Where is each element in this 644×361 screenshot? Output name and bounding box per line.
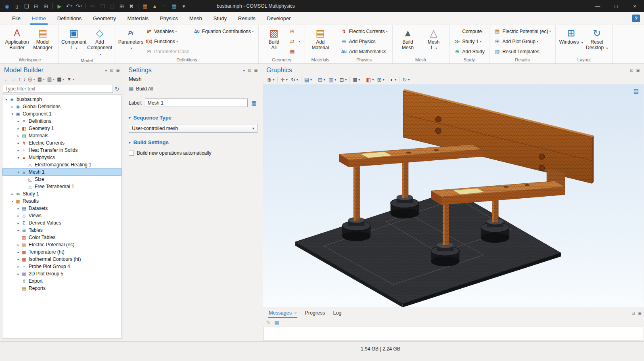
run-icon[interactable]: ▶ (55, 1, 64, 11)
viewport-plot-icon[interactable]: ▤ (634, 88, 639, 94)
menu-tab-geometry[interactable]: Geometry (87, 12, 121, 25)
undo-icon[interactable]: ↶▾ (65, 1, 74, 11)
float-panel-icon[interactable]: ⊡ (630, 68, 633, 73)
tree-item-component-1[interactable]: ▾▣Component 1 (2, 110, 121, 118)
tree-item-geometry-1[interactable]: ▸◧Geometry 1 (2, 125, 121, 132)
menu-tab-physics[interactable]: Physics (154, 12, 184, 25)
environment-icon[interactable]: ◐▾ (389, 77, 398, 83)
tab-log[interactable]: Log (329, 307, 345, 319)
tree-expander-icon[interactable]: ▸ (16, 258, 21, 261)
scene-config-icon[interactable]: ⊟▾ (316, 77, 327, 83)
back-icon[interactable]: ← (2, 76, 10, 82)
redo-icon[interactable]: ↷▾ (74, 1, 84, 11)
insert-sequence-button[interactable]: ⊞ (287, 26, 302, 36)
refresh-icon[interactable]: ↻ (113, 86, 121, 92)
build-all-button[interactable]: ▦ Build All (124, 84, 262, 93)
filter-input[interactable] (3, 85, 113, 93)
tree-expander-icon[interactable]: ▾ (10, 199, 15, 203)
save-icon[interactable]: ⊟ (31, 1, 41, 11)
panel-menu-icon[interactable]: ▾ (105, 68, 107, 73)
tree-item-2d-plot-group-5[interactable]: ▸▦2D Plot Group 5 (2, 270, 121, 277)
coordinate-axes-icon[interactable]: ✛▾ (279, 77, 289, 83)
equation-contributions-button[interactable]: ΔuEquation Contributions▾ (191, 26, 255, 36)
filter-icon[interactable]: ▼▾ (66, 76, 76, 82)
parameters-button[interactable]: PiParameters ▾ (118, 26, 144, 52)
tree-expander-icon[interactable]: ▸ (16, 214, 21, 218)
open-file-icon[interactable]: ❏ (22, 1, 31, 11)
application-builder-button[interactable]: AApplication Builder (4, 26, 30, 52)
tree-expander-icon[interactable]: ▸ (16, 134, 21, 138)
tree-expander-icon[interactable]: ▸ (16, 149, 21, 152)
update-view-icon[interactable]: ↻▾ (401, 77, 411, 83)
tree-item-derived-values[interactable]: ▸ΣDerived Values (2, 219, 121, 227)
add-study-button[interactable]: ⊕Add Study (452, 46, 487, 57)
model-manager-button[interactable]: ▤Model Manager (30, 26, 56, 52)
geometry-build-all-button[interactable]: ▧Build All (261, 26, 287, 52)
move-up-icon[interactable]: ↑ (17, 76, 22, 82)
reset-desktop-button[interactable]: ↻Reset Desktop ▾ (584, 26, 610, 52)
study-1-button[interactable]: ≫Study 1▾ (452, 36, 487, 46)
collapse-tree-icon[interactable]: ▥▾ (46, 76, 56, 82)
tree-item-electromagnetic-heating-1[interactable]: △Electromagnetic Heating 1 (2, 161, 121, 168)
delete-icon[interactable]: ✖ (127, 1, 136, 11)
result-templates-button[interactable]: ▥Result Templates (492, 46, 553, 57)
add-physics-button[interactable]: ⊕Add Physics (339, 36, 390, 46)
section-sequence-type[interactable]: ▾ Sequence Type (124, 109, 262, 124)
tree-expander-icon[interactable]: ▸ (16, 250, 21, 254)
tree-expander-icon[interactable]: ▸ (16, 141, 21, 145)
panel-menu-icon[interactable]: ▾ (243, 68, 245, 73)
tree-item-electric-potential-ec[interactable]: ▸▦Electric Potential (ec) (2, 241, 121, 248)
minimize-button[interactable]: — (588, 0, 607, 12)
tree-item-global-definitions[interactable]: ▸◉Global Definitions (2, 103, 121, 110)
forward-icon[interactable]: → (10, 76, 17, 82)
compute-quick-icon[interactable]: = (160, 1, 169, 11)
copy-table-icon[interactable]: ▦ (274, 320, 279, 325)
dock-panel-icon[interactable]: ▣ (116, 68, 120, 73)
menu-tab-study[interactable]: Study (208, 12, 232, 25)
plot-quick-icon[interactable]: ▦ (169, 1, 179, 11)
tree-item-probe-plot-group-4[interactable]: ▸≈Probe Plot Group 4 (2, 263, 121, 270)
appearance-icon[interactable]: ◧▾ (364, 77, 375, 83)
tree-expander-icon[interactable]: ▸ (16, 127, 21, 130)
tree-item-views[interactable]: ▸◇Views (2, 212, 121, 219)
geometry-sync-button[interactable]: ⇄▾ (287, 36, 302, 46)
transparency-icon[interactable]: ⊠▾ (351, 77, 362, 83)
tree-item-free-tetrahedral-1[interactable]: △Free Tetrahedral 1 (2, 183, 121, 190)
dock-panel-icon[interactable]: ▣ (636, 68, 640, 73)
tree-item-tables[interactable]: ▸⊞Tables (2, 227, 121, 234)
move-down-icon[interactable]: ↓ (22, 76, 27, 82)
tree-expander-icon[interactable]: ▸ (16, 221, 21, 225)
tree-expander-icon[interactable]: ▾ (16, 170, 21, 174)
tree-expander-icon[interactable]: ▸ (16, 207, 21, 210)
tree-item-materials[interactable]: ▸▨Materials (2, 132, 121, 139)
section-build-settings[interactable]: ▾ Build Settings (124, 133, 262, 148)
electric-potential-button[interactable]: ▦Electric Potential (ec)▾ (492, 26, 553, 36)
build-all-quick-icon[interactable]: ▦ (140, 1, 150, 11)
add-component-button[interactable]: ◇Add Component ▾ (87, 26, 113, 57)
tab-messages[interactable]: Messages× (265, 307, 301, 319)
windows-button[interactable]: ⊞Windows ▾ (558, 26, 584, 46)
tree-text-icon[interactable]: ▤▾ (36, 76, 46, 82)
tree-item-mesh-1[interactable]: ▾▲Mesh 1 (2, 168, 121, 176)
tree-item-heat-transfer-in-solids[interactable]: ▸≈Heat Transfer in Solids (2, 147, 121, 154)
plot-grid-icon[interactable]: ⊞▾ (375, 77, 386, 83)
add-mathematics-button[interactable]: ΔuAdd Mathematics (339, 46, 390, 57)
variables-button[interactable]: a=Variables▾ (144, 26, 191, 36)
functions-button[interactable]: f(x)Functions▾ (144, 36, 191, 46)
tree-expander-icon[interactable]: ▸ (16, 120, 21, 123)
help-button[interactable]: ? (632, 15, 640, 22)
tree-expander-icon[interactable]: ▾ (10, 112, 15, 116)
tab-progress[interactable]: Progress (301, 307, 329, 319)
tree-expander-icon[interactable]: ▸ (16, 229, 21, 232)
tree-item-color-tables[interactable]: ▥Color Tables (2, 234, 121, 241)
pointer-icon[interactable]: ✎ (266, 320, 270, 325)
menu-tab-mesh[interactable]: Mesh (184, 12, 208, 25)
close-tab-icon[interactable]: × (294, 308, 297, 318)
component-1-button[interactable]: ▣Component 1 ▾ (61, 26, 87, 52)
tree-expander-icon[interactable]: ▾ (16, 156, 21, 160)
add-plot-group-button[interactable]: ⊞Add Plot Group▾ (492, 36, 553, 46)
tree-item-busbar-mph[interactable]: ▾◈busbar.mph (2, 96, 121, 103)
menu-tab-file[interactable]: File (6, 12, 26, 25)
dock-panel-icon[interactable]: ▣ (254, 68, 258, 73)
default-view-icon[interactable]: ↻▾ (289, 77, 300, 83)
